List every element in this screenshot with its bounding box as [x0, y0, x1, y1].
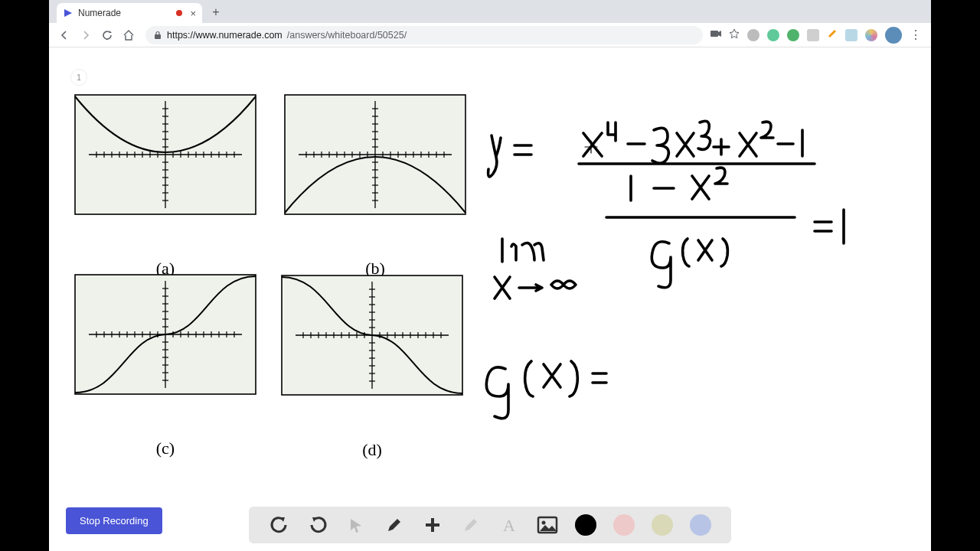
text-tool[interactable]: A: [498, 514, 520, 536]
pen-tool[interactable]: [384, 514, 405, 536]
menu-button[interactable]: ⋮: [910, 28, 922, 42]
graph-a: [75, 95, 256, 214]
whiteboard-content: 1: [49, 47, 931, 551]
color-pink[interactable]: [613, 514, 635, 536]
url-bar[interactable]: https://www.numerade.com/answers/whitebo…: [145, 26, 703, 44]
whiteboard-svg: (a) (b) (c) (d): [49, 47, 931, 537]
ext-icon-6[interactable]: [845, 29, 858, 41]
svg-marker-46: [312, 517, 317, 522]
svg-point-51: [542, 521, 546, 525]
color-blue[interactable]: [690, 514, 711, 536]
address-bar: https://www.numerade.com/answers/whitebo…: [49, 23, 931, 47]
handwriting: [486, 121, 844, 418]
lock-icon: [153, 31, 162, 40]
svg-rect-2: [155, 34, 161, 39]
ext-icon-2[interactable]: [767, 29, 779, 41]
graph-c: [75, 275, 256, 394]
svg-marker-1: [109, 31, 112, 33]
svg-text:A: A: [503, 516, 515, 534]
pointer-tool[interactable]: [345, 514, 367, 536]
color-olive[interactable]: [652, 514, 673, 536]
stop-recording-label: Stop Recording: [80, 515, 149, 527]
url-path: /answers/whiteboard/50525/: [287, 30, 407, 41]
extension-icons: ⋮: [710, 27, 925, 44]
forward-button[interactable]: [80, 29, 92, 41]
ext-icon-1[interactable]: [747, 29, 760, 41]
back-button[interactable]: [58, 29, 70, 41]
graph-b: [285, 95, 466, 214]
tab-strip: Numerade × +: [49, 0, 931, 23]
favicon-icon: [63, 8, 74, 18]
home-button[interactable]: [122, 29, 135, 41]
add-tool[interactable]: [422, 514, 443, 536]
recording-dot-icon: [176, 10, 182, 16]
tab-title: Numerade: [78, 8, 121, 18]
profile-avatar[interactable]: [885, 27, 902, 44]
ext-icon-4[interactable]: [807, 29, 819, 41]
graph-d: [282, 276, 462, 395]
url-host: https://www.numerade.com: [167, 30, 283, 41]
image-tool[interactable]: [537, 514, 558, 536]
svg-marker-0: [64, 9, 72, 17]
redo-button[interactable]: [307, 514, 328, 536]
ext-icon-7[interactable]: [865, 29, 877, 41]
ext-icon-3[interactable]: [787, 29, 799, 41]
whiteboard-toolbar: A: [249, 507, 731, 543]
graph-d-label: (d): [362, 440, 382, 459]
nav-icons: [55, 29, 138, 41]
pillarbox-right: [931, 0, 980, 551]
ext-icon-5[interactable]: [827, 28, 838, 41]
footer: Stop Recording A: [49, 496, 931, 551]
new-tab-button[interactable]: +: [207, 3, 225, 21]
graph-c-label: (c): [156, 439, 175, 458]
svg-marker-45: [280, 517, 285, 522]
undo-button[interactable]: [269, 514, 290, 536]
tab-numerade[interactable]: Numerade ×: [57, 3, 202, 23]
camera-icon[interactable]: [710, 29, 721, 41]
svg-marker-4: [718, 31, 721, 37]
reload-button[interactable]: [101, 29, 113, 41]
pillarbox-left: [0, 0, 49, 551]
eraser-tool[interactable]: [460, 514, 482, 536]
stop-recording-button[interactable]: Stop Recording: [66, 507, 162, 534]
color-black[interactable]: [575, 514, 596, 536]
svg-rect-3: [710, 31, 718, 37]
browser-window: Numerade × + https://www.numerade.com/an…: [49, 0, 931, 551]
star-icon[interactable]: [729, 28, 740, 41]
plus-icon: +: [212, 5, 219, 19]
close-tab-button[interactable]: ×: [190, 8, 196, 19]
